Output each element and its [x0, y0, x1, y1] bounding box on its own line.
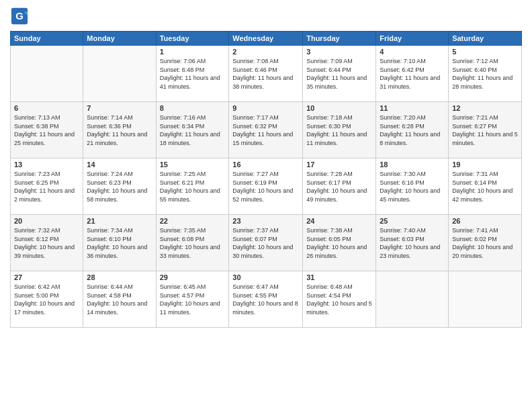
week-row-5: 27Sunrise: 6:42 AM Sunset: 5:00 PM Dayli… — [11, 271, 522, 328]
day-info: Sunrise: 7:40 AM Sunset: 6:03 PM Dayligh… — [380, 226, 445, 260]
calendar-cell: 6Sunrise: 7:13 AM Sunset: 6:38 PM Daylig… — [11, 102, 83, 158]
calendar-cell: 1Sunrise: 7:06 AM Sunset: 6:48 PM Daylig… — [156, 46, 229, 102]
weekday-header-row: SundayMondayTuesdayWednesdayThursdayFrid… — [11, 32, 522, 46]
calendar-cell: 8Sunrise: 7:16 AM Sunset: 6:34 PM Daylig… — [156, 102, 229, 158]
day-number: 27 — [14, 273, 79, 281]
day-info: Sunrise: 7:35 AM Sunset: 6:08 PM Dayligh… — [160, 226, 226, 260]
day-number: 17 — [306, 161, 372, 169]
calendar-cell: 19Sunrise: 7:31 AM Sunset: 6:14 PM Dayli… — [449, 158, 522, 215]
calendar-cell: 3Sunrise: 7:09 AM Sunset: 6:44 PM Daylig… — [303, 46, 376, 102]
calendar-cell: 31Sunrise: 6:48 AM Sunset: 4:54 PM Dayli… — [303, 271, 376, 328]
day-info: Sunrise: 7:13 AM Sunset: 6:38 PM Dayligh… — [14, 113, 79, 147]
day-number: 15 — [160, 161, 226, 169]
day-info: Sunrise: 7:06 AM Sunset: 6:48 PM Dayligh… — [160, 57, 226, 91]
calendar-cell — [83, 46, 156, 102]
day-info: Sunrise: 7:27 AM Sunset: 6:19 PM Dayligh… — [232, 170, 299, 203]
day-info: Sunrise: 7:31 AM Sunset: 6:14 PM Dayligh… — [452, 170, 518, 203]
day-number: 10 — [306, 104, 372, 112]
day-info: Sunrise: 6:48 AM Sunset: 4:54 PM Dayligh… — [306, 283, 372, 316]
day-number: 5 — [452, 48, 518, 56]
calendar-cell — [449, 271, 522, 328]
calendar-cell: 29Sunrise: 6:45 AM Sunset: 4:57 PM Dayli… — [156, 271, 229, 328]
calendar-cell: 2Sunrise: 7:08 AM Sunset: 6:46 PM Daylig… — [229, 46, 303, 102]
weekday-header-tuesday: Tuesday — [156, 32, 229, 46]
calendar-cell: 16Sunrise: 7:27 AM Sunset: 6:19 PM Dayli… — [229, 158, 303, 215]
weekday-header-thursday: Thursday — [303, 32, 376, 46]
day-info: Sunrise: 7:41 AM Sunset: 6:02 PM Dayligh… — [452, 226, 518, 260]
day-info: Sunrise: 6:44 AM Sunset: 4:58 PM Dayligh… — [87, 283, 152, 316]
day-number: 4 — [380, 48, 445, 56]
day-info: Sunrise: 7:21 AM Sunset: 6:27 PM Dayligh… — [452, 113, 518, 147]
day-info: Sunrise: 7:20 AM Sunset: 6:28 PM Dayligh… — [380, 113, 445, 147]
calendar-cell: 28Sunrise: 6:44 AM Sunset: 4:58 PM Dayli… — [83, 271, 156, 328]
day-info: Sunrise: 6:42 AM Sunset: 5:00 PM Dayligh… — [14, 283, 79, 316]
calendar-cell: 13Sunrise: 7:23 AM Sunset: 6:25 PM Dayli… — [11, 158, 83, 215]
day-number: 12 — [452, 104, 518, 112]
week-row-1: 1Sunrise: 7:06 AM Sunset: 6:48 PM Daylig… — [11, 46, 522, 102]
day-info: Sunrise: 7:24 AM Sunset: 6:23 PM Dayligh… — [87, 170, 152, 203]
day-number: 7 — [87, 104, 152, 112]
calendar-cell: 27Sunrise: 6:42 AM Sunset: 5:00 PM Dayli… — [11, 271, 83, 328]
day-info: Sunrise: 7:25 AM Sunset: 6:21 PM Dayligh… — [160, 170, 226, 203]
day-info: Sunrise: 7:10 AM Sunset: 6:42 PM Dayligh… — [380, 57, 445, 91]
day-info: Sunrise: 7:30 AM Sunset: 6:16 PM Dayligh… — [380, 170, 445, 203]
day-number: 6 — [14, 104, 79, 112]
day-number: 18 — [380, 161, 445, 169]
calendar-table: SundayMondayTuesdayWednesdayThursdayFrid… — [10, 31, 522, 328]
calendar-cell: 23Sunrise: 7:37 AM Sunset: 6:07 PM Dayli… — [229, 215, 303, 271]
logo: G — [10, 7, 32, 26]
calendar-cell — [376, 271, 449, 328]
day-info: Sunrise: 7:09 AM Sunset: 6:44 PM Dayligh… — [306, 57, 372, 91]
day-number: 13 — [14, 161, 79, 169]
week-row-3: 13Sunrise: 7:23 AM Sunset: 6:25 PM Dayli… — [11, 158, 522, 215]
day-number: 24 — [306, 217, 372, 225]
calendar-cell: 24Sunrise: 7:38 AM Sunset: 6:05 PM Dayli… — [303, 215, 376, 271]
day-number: 23 — [232, 217, 299, 225]
day-number: 30 — [232, 273, 299, 281]
calendar-cell: 5Sunrise: 7:12 AM Sunset: 6:40 PM Daylig… — [449, 46, 522, 102]
day-number: 31 — [306, 273, 372, 281]
day-info: Sunrise: 7:14 AM Sunset: 6:36 PM Dayligh… — [87, 113, 152, 147]
day-info: Sunrise: 7:12 AM Sunset: 6:40 PM Dayligh… — [452, 57, 518, 91]
weekday-header-friday: Friday — [376, 32, 449, 46]
day-number: 2 — [232, 48, 299, 56]
day-number: 3 — [306, 48, 372, 56]
weekday-header-wednesday: Wednesday — [229, 32, 303, 46]
calendar-cell: 10Sunrise: 7:18 AM Sunset: 6:30 PM Dayli… — [303, 102, 376, 158]
day-number: 22 — [160, 217, 226, 225]
day-number: 20 — [14, 217, 79, 225]
day-info: Sunrise: 7:17 AM Sunset: 6:32 PM Dayligh… — [232, 113, 299, 147]
day-info: Sunrise: 6:45 AM Sunset: 4:57 PM Dayligh… — [160, 283, 226, 316]
day-info: Sunrise: 7:34 AM Sunset: 6:10 PM Dayligh… — [87, 226, 152, 260]
day-info: Sunrise: 7:37 AM Sunset: 6:07 PM Dayligh… — [232, 226, 299, 260]
calendar-cell — [11, 46, 83, 102]
calendar-cell: 17Sunrise: 7:28 AM Sunset: 6:17 PM Dayli… — [303, 158, 376, 215]
day-number: 29 — [160, 273, 226, 281]
day-number: 11 — [380, 104, 445, 112]
svg-text:G: G — [15, 10, 24, 21]
day-number: 28 — [87, 273, 152, 281]
day-info: Sunrise: 7:16 AM Sunset: 6:34 PM Dayligh… — [160, 113, 226, 147]
calendar-cell: 26Sunrise: 7:41 AM Sunset: 6:02 PM Dayli… — [449, 215, 522, 271]
page-header: G — [10, 7, 522, 26]
calendar-cell: 30Sunrise: 6:47 AM Sunset: 4:55 PM Dayli… — [229, 271, 303, 328]
weekday-header-saturday: Saturday — [449, 32, 522, 46]
weekday-header-monday: Monday — [83, 32, 156, 46]
calendar-cell: 15Sunrise: 7:25 AM Sunset: 6:21 PM Dayli… — [156, 158, 229, 215]
day-number: 16 — [232, 161, 299, 169]
week-row-2: 6Sunrise: 7:13 AM Sunset: 6:38 PM Daylig… — [11, 102, 522, 158]
day-number: 9 — [232, 104, 299, 112]
day-number: 1 — [160, 48, 226, 56]
day-info: Sunrise: 7:28 AM Sunset: 6:17 PM Dayligh… — [306, 170, 372, 203]
day-info: Sunrise: 7:38 AM Sunset: 6:05 PM Dayligh… — [306, 226, 372, 260]
day-number: 14 — [87, 161, 152, 169]
day-info: Sunrise: 7:23 AM Sunset: 6:25 PM Dayligh… — [14, 170, 79, 203]
logo-icon: G — [10, 7, 29, 26]
calendar-cell: 18Sunrise: 7:30 AM Sunset: 6:16 PM Dayli… — [376, 158, 449, 215]
calendar-cell: 22Sunrise: 7:35 AM Sunset: 6:08 PM Dayli… — [156, 215, 229, 271]
day-info: Sunrise: 7:32 AM Sunset: 6:12 PM Dayligh… — [14, 226, 79, 260]
calendar-cell: 14Sunrise: 7:24 AM Sunset: 6:23 PM Dayli… — [83, 158, 156, 215]
calendar-cell: 12Sunrise: 7:21 AM Sunset: 6:27 PM Dayli… — [449, 102, 522, 158]
weekday-header-sunday: Sunday — [11, 32, 83, 46]
day-number: 25 — [380, 217, 445, 225]
